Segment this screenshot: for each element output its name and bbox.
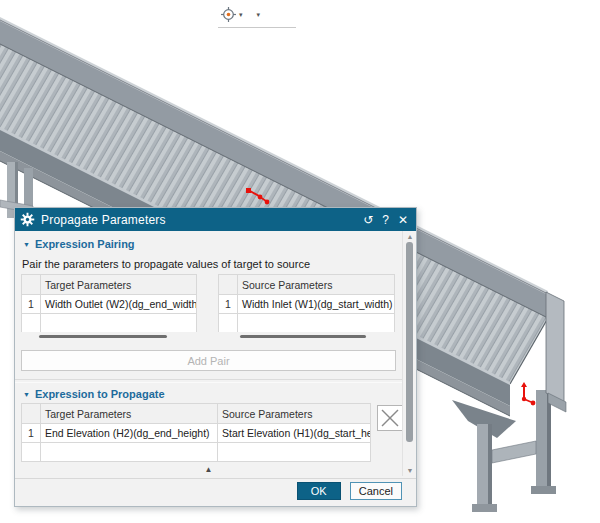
close-icon[interactable]: ✕ (398, 214, 408, 226)
target-parameter-cell: End Elevation (H2)(dg_end_height) (41, 424, 218, 443)
source-parameters-table: Source Parameters 1 Width Inlet (W1)(dg_… (218, 274, 395, 333)
section-expression-to-propagate[interactable]: ▼ Expression to Propagate (23, 387, 165, 401)
source-parameters-header: Source Parameters (238, 275, 395, 295)
collapse-triangle-icon: ▼ (23, 241, 30, 248)
dialog-button-row: OK Cancel (297, 482, 402, 500)
table-row[interactable]: 1 End Elevation (H2)(dg_end_height) Star… (22, 424, 371, 443)
dialog-collapse-toggle[interactable]: ▲ (15, 465, 402, 474)
corner-header-cell (22, 275, 41, 295)
hscrollbar-thumb[interactable] (39, 335, 167, 338)
target-parameters-table: Target Parameters 1 Width Outlet (W2)(dg… (21, 274, 197, 333)
conveyor-end-plate (546, 292, 566, 412)
dialog-body: ▼ Expression Pairing Pair the parameters… (15, 231, 416, 506)
section-expression-pairing[interactable]: ▼ Expression Pairing (23, 237, 135, 251)
delete-pair-button[interactable] (377, 405, 403, 431)
ok-button[interactable]: OK (297, 482, 341, 500)
gear-icon (20, 212, 35, 227)
dialog-vscrollbar[interactable]: ▲ ▼ (402, 231, 416, 476)
hscrollbar-thumb[interactable] (240, 335, 366, 338)
cancel-button[interactable]: Cancel (350, 482, 402, 500)
reset-icon[interactable]: ↺ (363, 214, 373, 226)
target-parameters-header: Target Parameters (41, 404, 218, 424)
origin-dropdown-arrow[interactable]: ▾ (239, 11, 243, 18)
propagate-parameters-dialog: Propagate Parameters ↺ ? ✕ ▼ Expression … (14, 207, 417, 507)
section-label: Expression Pairing (35, 238, 135, 250)
dialog-titlebar[interactable]: Propagate Parameters ↺ ? ✕ (15, 208, 416, 231)
corner-header-cell (219, 275, 238, 295)
help-icon[interactable]: ? (382, 214, 389, 226)
source-parameters-header: Source Parameters (218, 404, 371, 424)
chevron-down-icon: ▾ (257, 11, 261, 18)
table-row-empty[interactable] (219, 314, 395, 333)
button-bar-divider (15, 478, 416, 479)
origin-tool-button[interactable]: ▾ (218, 5, 245, 24)
target-table-hscrollbar[interactable] (21, 332, 197, 341)
pmi-marker-lower[interactable] (521, 382, 535, 405)
section-label: Expression to Propagate (35, 388, 165, 400)
target-parameter-cell: Width Outlet (W2)(dg_end_width) (41, 295, 197, 314)
corner-header-cell (22, 404, 41, 424)
table-row-empty[interactable] (22, 443, 371, 462)
snap-point-mini-toolbar: ▾ ▾ (218, 3, 296, 28)
pairing-instruction: Pair the parameters to propagate values … (22, 258, 310, 270)
origin-target-icon (220, 6, 237, 23)
expression-propagate-table: Target Parameters Source Parameters 1 En… (21, 403, 371, 462)
more-tools-dropdown[interactable]: ▾ (255, 10, 263, 19)
source-parameter-cell: Start Elevation (H1)(dg_start_height) (218, 424, 371, 443)
table-row-empty[interactable] (22, 314, 197, 333)
scroll-down-icon[interactable]: ▼ (403, 467, 417, 474)
collapse-triangle-icon: ▼ (23, 391, 30, 398)
x-delete-icon (378, 406, 402, 430)
add-pair-button[interactable]: Add Pair (21, 350, 396, 371)
scroll-up-icon[interactable]: ▲ (403, 233, 417, 240)
source-parameter-cell: Width Inlet (W1)(dg_start_width) (238, 295, 395, 314)
target-parameters-header: Target Parameters (41, 275, 197, 295)
table-row[interactable]: 1 Width Outlet (W2)(dg_end_width) (22, 295, 197, 314)
table-row[interactable]: 1 Width Inlet (W1)(dg_start_width) (219, 295, 395, 314)
vscrollbar-thumb[interactable] (406, 242, 413, 442)
source-table-hscrollbar[interactable] (218, 332, 395, 341)
dialog-title: Propagate Parameters (41, 213, 363, 227)
section-divider (15, 379, 402, 383)
